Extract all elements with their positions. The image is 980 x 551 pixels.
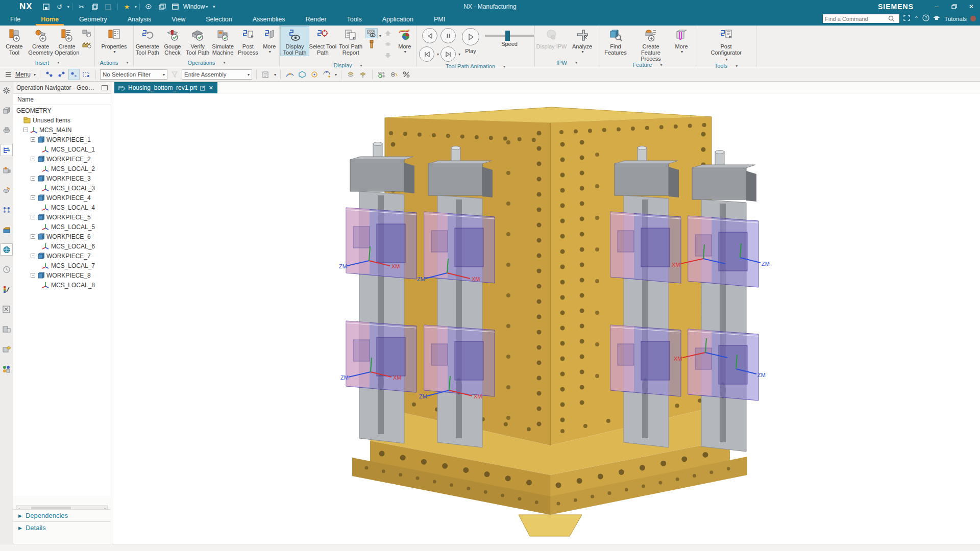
- document-tab[interactable]: Housing_bottom_rev1.prt ✕: [114, 82, 217, 93]
- menu-caret[interactable]: ▾: [34, 72, 36, 77]
- collapse-expander-icon[interactable]: −: [31, 273, 35, 278]
- create-operation-button[interactable]: Create Operation: [54, 27, 80, 56]
- collaboration-icon[interactable]: [1, 363, 12, 374]
- group-label-operations[interactable]: Operations▾: [134, 58, 279, 67]
- undo-dropdown-caret[interactable]: ▾: [67, 5, 69, 9]
- display-more-button[interactable]: More ▾: [395, 27, 415, 54]
- save-icon[interactable]: [41, 2, 52, 11]
- create-geometry-button[interactable]: Create Geometry: [28, 27, 54, 56]
- collapse-expander-icon[interactable]: −: [31, 195, 35, 200]
- selection-scope-dropdown[interactable]: Entire Assembly▾: [182, 69, 252, 80]
- user-avatar[interactable]: [970, 16, 976, 21]
- collapse-expander-icon[interactable]: −: [31, 215, 35, 219]
- percent-tolerance-icon[interactable]: [401, 69, 411, 80]
- roles-icon[interactable]: [1, 284, 12, 295]
- tab-view[interactable]: View: [164, 14, 192, 24]
- favorites-caret[interactable]: ▾: [135, 5, 137, 9]
- reuse-library-icon[interactable]: [1, 204, 12, 215]
- undo-icon[interactable]: ↺: [55, 2, 65, 11]
- tab-selection[interactable]: Selection: [199, 14, 239, 24]
- select-region-icon[interactable]: [81, 69, 91, 80]
- play-button[interactable]: [462, 28, 479, 45]
- tree-row-mcs-local-8[interactable]: MCS_LOCAL_8: [13, 280, 111, 290]
- feature-more-button[interactable]: More ▾: [671, 27, 692, 54]
- search-icon[interactable]: [888, 15, 895, 22]
- create-feature-process-button[interactable]: Create Feature Process: [631, 27, 671, 62]
- copy-icon[interactable]: [90, 2, 100, 11]
- post-process-button[interactable]: Post Process: [235, 27, 260, 56]
- settings-gear-icon[interactable]: [1, 85, 12, 96]
- close-tab-icon[interactable]: ✕: [209, 85, 213, 91]
- tab-file[interactable]: File: [3, 14, 28, 24]
- simulate-machine-button[interactable]: Simulate Machine: [210, 27, 235, 56]
- group-label-feature[interactable]: Feature▾: [599, 62, 696, 68]
- tree-row-mcs-main[interactable]: −MCS_MAIN: [13, 125, 111, 135]
- quick-access-customize-caret[interactable]: ▼: [212, 5, 216, 9]
- window-icon[interactable]: [170, 2, 181, 11]
- find-command-box[interactable]: [822, 14, 900, 23]
- undock-panel-icon[interactable]: [102, 85, 108, 90]
- window-cascade-icon[interactable]: [157, 2, 167, 11]
- tree-row-workpiece-4[interactable]: −WORKPIECE_4: [13, 193, 111, 203]
- snap-more-caret[interactable]: ▾: [335, 72, 337, 77]
- insert-extra-top-icon[interactable]: [81, 29, 92, 38]
- find-command-input[interactable]: [825, 16, 888, 22]
- collapse-expander-icon[interactable]: −: [31, 137, 35, 142]
- select-objects-icon[interactable]: [44, 69, 55, 80]
- constraint-navigator-icon[interactable]: [1, 124, 12, 136]
- cut-icon[interactable]: ✂: [77, 2, 87, 11]
- group-label-actions[interactable]: Actions▾: [95, 58, 133, 67]
- expand-arrow-icon[interactable]: ▶: [18, 513, 22, 518]
- rotate-view-icon[interactable]: [346, 69, 356, 80]
- hexagon-snap-icon[interactable]: [297, 69, 307, 80]
- operation-navigator-icon[interactable]: [1, 144, 12, 156]
- selection-filter-dropdown[interactable]: No Selection Filter▾: [100, 69, 167, 80]
- tab-home[interactable]: Home: [34, 14, 66, 24]
- window-menu-label[interactable]: Window: [183, 3, 205, 10]
- pause-button[interactable]: [440, 28, 456, 43]
- verify-tool-path-button[interactable]: Verify Tool Path: [185, 27, 210, 56]
- tree-row-mcs-local-4[interactable]: MCS_LOCAL_4: [13, 203, 111, 212]
- speed-slider-handle[interactable]: [505, 31, 510, 41]
- tree-row-mcs-local-5[interactable]: MCS_LOCAL_5: [13, 222, 111, 232]
- tree-row-unused-items[interactable]: Unused Items: [13, 115, 111, 125]
- tree-row-geometry[interactable]: GEOMETRY: [13, 106, 111, 115]
- assembly-navigator-icon[interactable]: [1, 105, 12, 116]
- restore-button[interactable]: [945, 0, 963, 13]
- select-components-icon[interactable]: [57, 69, 67, 80]
- tab-render[interactable]: Render: [299, 14, 334, 24]
- snap-point-settings-icon[interactable]: [261, 69, 271, 80]
- templates-icon[interactable]: [1, 323, 12, 335]
- group-label-insert[interactable]: Insert▾: [0, 58, 94, 67]
- 3d-model-housing-fixture[interactable]: ZM XM ZM XM ZM XM ZM XM XM ZM XM ZM: [111, 93, 980, 544]
- insert-extra-bottom-icon[interactable]: [81, 40, 92, 49]
- speed-slider[interactable]: [485, 35, 534, 37]
- navigator-title-bar[interactable]: Operation Navigator - Geo…: [13, 82, 111, 94]
- tab-tools[interactable]: Tools: [340, 14, 369, 24]
- hd3d-tools-icon[interactable]: [1, 224, 12, 235]
- tree-row-workpiece-5[interactable]: −WORKPIECE_5: [13, 212, 111, 222]
- post-configurator-button[interactable]: Post Configurator ▾: [704, 27, 748, 63]
- tree-row-mcs-local-3[interactable]: MCS_LOCAL_3: [13, 183, 111, 193]
- point-on-curve-icon[interactable]: [285, 69, 295, 80]
- pan-view-icon[interactable]: [358, 69, 368, 80]
- generate-tool-path-button[interactable]: Generate Tool Path: [135, 27, 160, 56]
- tree-row-workpiece-2[interactable]: −WORKPIECE_2: [13, 154, 111, 164]
- operations-more-button[interactable]: More ▾: [260, 27, 278, 54]
- details-section[interactable]: ▶ Details: [13, 521, 111, 534]
- collapse-expander-icon[interactable]: −: [31, 157, 35, 161]
- analyze-button[interactable]: Analyze ▾: [567, 27, 598, 54]
- touch-mode-icon[interactable]: [144, 2, 154, 11]
- quadrant-snap-icon[interactable]: [322, 69, 332, 80]
- minimize-ribbon-chevron-icon[interactable]: ⌃: [914, 15, 919, 22]
- group-label-ipw[interactable]: IPW▾: [535, 58, 599, 67]
- tree-row-workpiece-8[interactable]: −WORKPIECE_8: [13, 270, 111, 280]
- tutorials-label[interactable]: Tutorials: [944, 16, 967, 22]
- favorites-star-icon[interactable]: ★: [122, 2, 132, 11]
- expand-arrow-icon[interactable]: ▶: [18, 525, 22, 531]
- web-browser-icon[interactable]: [1, 244, 12, 255]
- process-studio-icon[interactable]: [1, 184, 12, 195]
- help-icon[interactable]: ?: [922, 14, 929, 23]
- system-tools-icon[interactable]: [1, 304, 12, 315]
- tab-assemblies[interactable]: Assemblies: [246, 14, 292, 24]
